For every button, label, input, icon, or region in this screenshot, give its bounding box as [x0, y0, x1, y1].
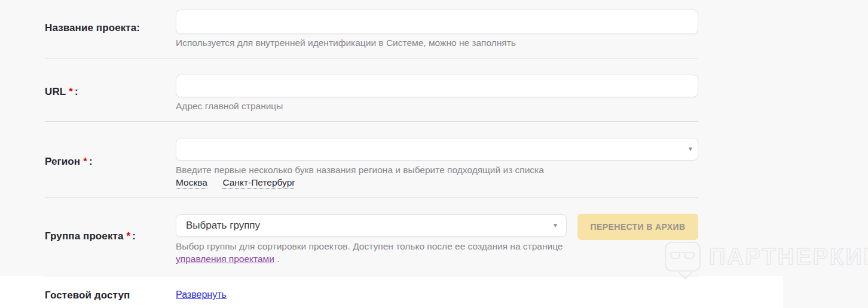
project-group-selected-value: Выбрать группу: [186, 220, 260, 231]
required-asterisk: *: [83, 156, 87, 167]
region-quick-link-moscow[interactable]: Москва: [176, 177, 207, 189]
separator: [45, 197, 698, 198]
region-quick-link-spb[interactable]: Санкт-Петербург: [222, 177, 295, 189]
project-name-label: Название проекта:: [45, 22, 140, 34]
move-to-archive-button[interactable]: ПЕРЕНЕСТИ В АРХИВ: [577, 214, 698, 240]
project-name-hint: Используется для внутренней идентификаци…: [176, 38, 516, 48]
url-input[interactable]: [176, 75, 698, 97]
project-group-select[interactable]: Выбрать группу: [176, 214, 567, 237]
project-group-label: Группа проекта*:: [45, 230, 136, 242]
manage-projects-link[interactable]: управления проектами: [176, 254, 274, 264]
separator: [45, 58, 698, 58]
required-asterisk: *: [127, 230, 131, 242]
separator: [45, 276, 698, 276]
required-asterisk: *: [69, 86, 73, 97]
project-name-input[interactable]: [176, 10, 698, 34]
glasses-lens-icon: [684, 252, 695, 259]
region-label: Регион*:: [45, 156, 93, 168]
separator: [45, 121, 698, 122]
partnerkin-logo-icon: [665, 242, 701, 272]
region-combobox-input[interactable]: [176, 138, 698, 161]
guest-access-label: Гостевой доступ: [45, 289, 130, 301]
url-label: URL*:: [45, 86, 78, 98]
expand-guest-access-link[interactable]: Развернуть: [176, 289, 227, 300]
url-hint: Адрес главной страницы: [176, 101, 283, 112]
region-hint: Введите первые несколько букв названия р…: [176, 165, 544, 175]
project-settings-form: ПАРТНЕРКИН Название проекта: Используетс…: [0, 0, 868, 308]
region-quick-links: Москва Санкт-Петербург: [176, 177, 295, 188]
project-group-hint-line1: Выбор группы для сортировки проектов. До…: [176, 241, 563, 252]
glasses-bridge: [680, 252, 684, 253]
watermark-brand-text: ПАРТНЕРКИН: [709, 244, 868, 270]
project-group-hint-line2: управления проектами .: [176, 254, 280, 264]
glasses-lens-icon: [670, 252, 680, 259]
